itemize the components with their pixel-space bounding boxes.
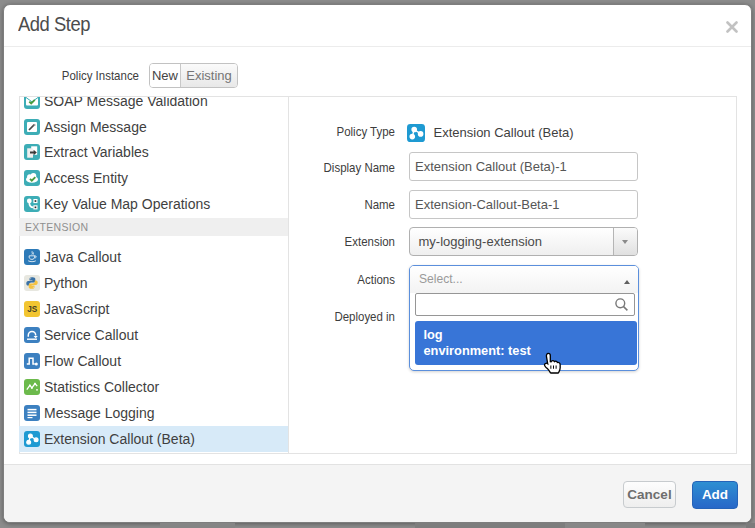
svg-text:JS: JS: [27, 306, 38, 315]
